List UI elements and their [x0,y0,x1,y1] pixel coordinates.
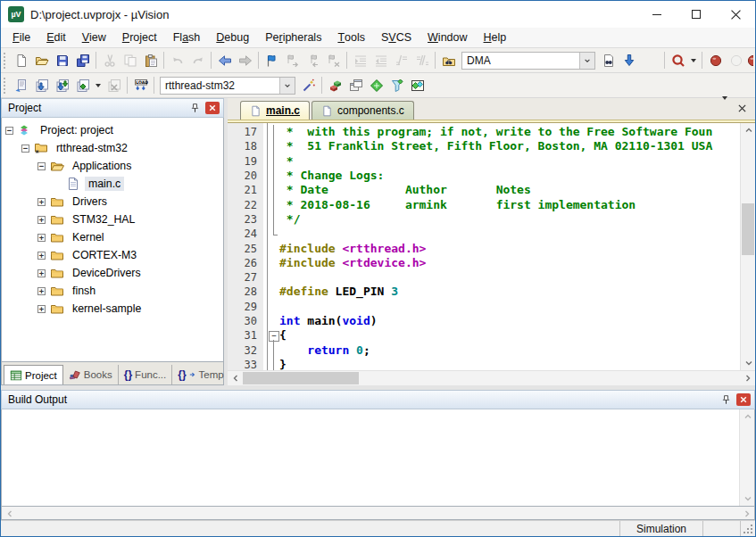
editor-tab-main-c[interactable]: main.c [240,101,310,120]
collapse-icon[interactable]: − [21,145,29,153]
tab-func[interactable]: {}Func... [118,365,172,384]
scroll-right-icon[interactable] [740,371,755,385]
code-line-26[interactable]: 26#include <rtdevice.h> [228,256,740,270]
code-line-25[interactable]: 25#include <rtthread.h> [228,241,740,255]
quick-find-button[interactable] [668,51,688,70]
scroll-up-icon[interactable] [741,123,756,137]
code-line-19[interactable]: 19 * [228,154,740,169]
tree-item-stm32-hal[interactable]: +STM32_HAL [2,211,223,228]
expand-icon[interactable]: + [37,287,46,295]
find-text-combo[interactable]: DMA [461,52,595,70]
incremental-find-button[interactable] [619,51,639,70]
project-panel-close-icon[interactable] [205,102,220,114]
scroll-right-icon[interactable] [739,507,754,521]
select-target-combo[interactable]: rtthread-stm32 [160,77,295,95]
tree-item-kernel[interactable]: +Kernel [2,228,223,246]
batch-build-dropdown[interactable] [93,76,104,95]
fold-collapse-icon[interactable] [268,328,279,343]
build-output-vertical-scrollbar[interactable] [739,409,754,506]
code-line-20[interactable]: 20 * Change Logs: [228,169,740,183]
scrollbar-thumb[interactable] [742,203,754,256]
close-document-icon[interactable] [738,100,746,116]
new-file-button[interactable] [11,51,31,70]
translate-button[interactable] [11,76,31,95]
tab-books[interactable]: Books [63,365,118,384]
find-in-files-button[interactable] [438,51,459,70]
tab-list-dropdown[interactable] [722,100,727,116]
tab-project[interactable]: Project [4,365,63,384]
scroll-down-icon[interactable] [740,492,755,506]
code-line-28[interactable]: 28#define LED_PIN 3 [228,285,740,299]
scroll-left-icon[interactable] [228,371,243,385]
build-output-text[interactable] [2,409,739,506]
code-line-18[interactable]: 18 * 51 Franklin Street, Fifth Floor, Bo… [228,139,740,153]
expand-icon[interactable]: + [37,269,46,277]
collapse-icon[interactable]: − [37,162,46,170]
toggle-breakpoint-button[interactable] [705,51,726,70]
code-line-30[interactable]: 30int main(void) [228,314,740,328]
menu-peripherals[interactable]: Peripherals [257,28,329,47]
select-target-combo-dropdown[interactable] [279,78,295,94]
code-line-32[interactable]: 32 return 0; [228,343,740,357]
select-packs-button[interactable] [386,76,407,95]
menu-edit[interactable]: Edit [38,28,74,47]
menu-help[interactable]: Help [476,28,515,47]
collapse-icon[interactable]: − [5,127,13,135]
code-line-17[interactable]: 17 * with this program; if not, write to… [228,125,740,139]
code-line-24[interactable]: 24 [228,227,740,241]
code-line-27[interactable]: 27 [228,270,740,285]
rebuild-button[interactable] [52,76,72,95]
expand-icon[interactable]: + [37,216,46,224]
build-button[interactable] [31,76,52,95]
pin-icon[interactable] [187,101,203,115]
maximize-button[interactable] [677,1,716,28]
insert-bookmark-button[interactable] [262,51,282,70]
build-output-horizontal-scrollbar[interactable] [1,507,755,520]
manage-rte-button[interactable] [366,76,386,95]
code-editor[interactable]: 17 * with this program; if not, write to… [228,123,740,370]
tree-item-main-c[interactable]: main.c [2,175,223,193]
download-button[interactable]: LOAD [130,76,151,95]
scrollbar-thumb[interactable] [243,372,359,384]
file-extensions-button[interactable] [345,76,366,95]
open-file-button[interactable] [31,51,52,70]
expand-icon[interactable]: + [37,252,46,260]
code-line-33[interactable]: 33} [228,358,740,370]
tree-item-devicedrivers[interactable]: +DeviceDrivers [2,264,223,282]
find-text-combo-dropdown[interactable] [579,53,594,69]
menu-svcs[interactable]: SVCS [373,28,420,47]
expand-icon[interactable]: + [37,305,46,313]
menu-file[interactable]: File [4,28,38,47]
batch-build-button[interactable] [72,76,93,95]
quick-find-dropdown[interactable] [688,51,699,70]
code-line-29[interactable]: 29 [228,300,740,314]
navigate-back-button[interactable] [214,51,235,70]
editor-tab-components-c[interactable]: components.c [312,101,414,120]
menu-view[interactable]: View [74,28,114,47]
tree-item-project-project[interactable]: −Project: project [2,121,223,139]
code-line-31[interactable]: 31{ [228,328,740,343]
save-button[interactable] [52,51,72,70]
find-in-target-button[interactable] [598,51,619,70]
menu-tools[interactable]: Tools [329,28,373,47]
tree-item-kernel-sample[interactable]: +kernel-sample [2,300,223,318]
menu-window[interactable]: Window [420,28,475,47]
tree-item-drivers[interactable]: +Drivers [2,193,223,211]
code-line-23[interactable]: 23 */ [228,212,740,227]
editor-vertical-scrollbar[interactable] [740,123,755,370]
editor-horizontal-scrollbar[interactable] [228,370,755,385]
close-button[interactable] [716,1,755,28]
expand-icon[interactable]: + [37,234,46,242]
scroll-up-icon[interactable] [740,409,755,424]
kill-breakpoints-button[interactable] [746,51,753,70]
build-output-close-icon[interactable] [736,393,751,406]
manage-project-items-button[interactable] [325,76,345,95]
minimize-button[interactable] [637,1,677,28]
tree-item-finsh[interactable]: +finsh [2,282,223,300]
pack-installer-button[interactable] [407,76,428,95]
tree-item-applications[interactable]: −Applications [2,157,223,175]
pin-icon[interactable] [718,392,734,407]
scroll-down-icon[interactable] [741,356,756,370]
menu-project[interactable]: Project [114,28,165,47]
paste-button[interactable] [140,51,161,70]
